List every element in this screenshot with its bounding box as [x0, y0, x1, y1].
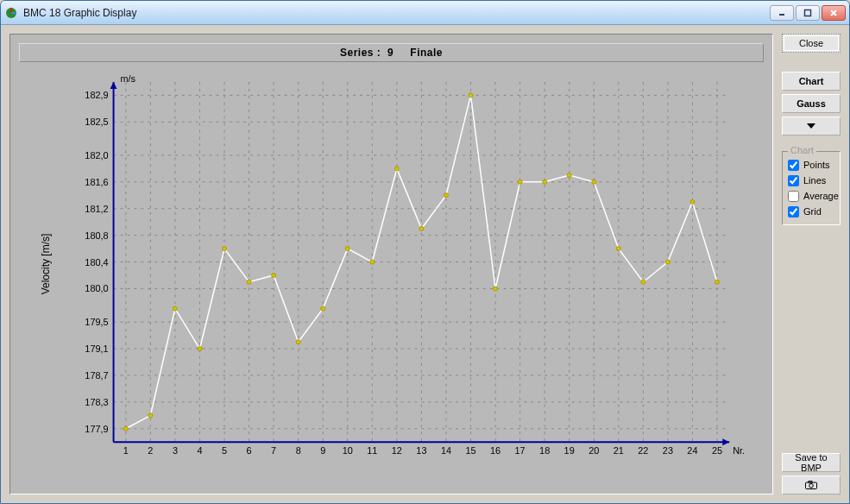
svg-text:4: 4	[197, 445, 202, 456]
svg-point-99	[419, 226, 424, 230]
svg-point-92	[247, 280, 251, 284]
grid-checkbox-row[interactable]: Grid	[788, 204, 834, 219]
chart-series-number: 9	[387, 47, 394, 59]
gauss-button[interactable]: Gauss	[782, 94, 841, 113]
svg-text:179,1: 179,1	[85, 343, 108, 354]
svg-text:17: 17	[515, 445, 526, 456]
average-checkbox-row[interactable]: Average	[788, 188, 834, 204]
chevron-down-icon	[807, 123, 815, 129]
close-window-button[interactable]	[822, 5, 846, 21]
svg-point-110	[690, 200, 695, 205]
svg-point-87	[123, 426, 128, 431]
svg-text:14: 14	[441, 445, 451, 456]
side-panel: Close Chart Gauss Chart Points Lines	[780, 25, 849, 503]
svg-text:24: 24	[687, 445, 697, 456]
points-label: Points	[803, 160, 830, 170]
lines-checkbox[interactable]	[788, 175, 799, 186]
svg-text:12: 12	[392, 445, 402, 456]
minimize-button[interactable]	[770, 5, 794, 21]
svg-text:1: 1	[123, 445, 129, 456]
svg-text:9: 9	[320, 445, 325, 456]
svg-text:180,0: 180,0	[85, 283, 108, 293]
dropdown-button[interactable]	[782, 117, 841, 135]
svg-point-102	[494, 287, 498, 291]
svg-text:21: 21	[614, 445, 624, 456]
svg-point-90	[198, 347, 202, 351]
plot-area: 1234567891011121314151617181920212223242…	[71, 73, 755, 468]
svg-text:6: 6	[247, 445, 252, 456]
window-buttons	[770, 5, 846, 21]
close-button[interactable]: Close	[782, 34, 841, 53]
svg-text:2: 2	[148, 445, 153, 456]
points-checkbox-row[interactable]: Points	[788, 157, 834, 173]
lines-checkbox-row[interactable]: Lines	[788, 173, 834, 188]
camera-button[interactable]	[782, 476, 841, 495]
svg-text:182,9: 182,9	[85, 90, 108, 100]
camera-icon	[805, 481, 817, 489]
svg-text:8: 8	[296, 445, 301, 456]
svg-text:178,3: 178,3	[85, 397, 108, 407]
chart-title: Series : 9 Finale	[19, 43, 764, 62]
svg-point-88	[148, 413, 153, 418]
svg-text:m/s: m/s	[120, 73, 135, 84]
svg-text:20: 20	[589, 445, 599, 456]
average-label: Average	[803, 191, 839, 201]
svg-point-111	[715, 280, 720, 284]
svg-text:19: 19	[564, 445, 575, 456]
svg-text:7: 7	[271, 445, 276, 456]
svg-text:5: 5	[222, 445, 227, 456]
svg-point-93	[272, 274, 276, 278]
svg-point-101	[469, 93, 473, 98]
svg-point-96	[345, 247, 349, 251]
svg-text:18: 18	[539, 445, 550, 456]
chart-options-legend: Chart	[788, 145, 816, 155]
svg-point-109	[665, 260, 670, 264]
svg-text:15: 15	[465, 445, 475, 456]
svg-point-114	[809, 484, 814, 488]
svg-text:177,9: 177,9	[85, 424, 108, 434]
svg-text:180,4: 180,4	[85, 257, 108, 268]
grid-checkbox[interactable]	[788, 206, 799, 217]
svg-point-95	[321, 306, 325, 311]
lines-label: Lines	[803, 175, 826, 186]
average-checkbox[interactable]	[788, 191, 799, 202]
svg-text:182,5: 182,5	[85, 117, 108, 127]
svg-text:23: 23	[663, 445, 673, 456]
svg-text:3: 3	[173, 445, 178, 456]
svg-point-107	[616, 247, 620, 251]
svg-text:Nr.: Nr.	[733, 445, 745, 456]
svg-rect-4	[805, 9, 811, 16]
points-checkbox[interactable]	[788, 160, 799, 171]
svg-text:178,7: 178,7	[85, 370, 108, 381]
app-icon	[4, 6, 18, 20]
svg-point-91	[223, 247, 227, 251]
svg-text:10: 10	[343, 445, 353, 456]
svg-text:181,2: 181,2	[85, 204, 108, 214]
svg-point-98	[394, 167, 399, 171]
svg-rect-2	[11, 12, 16, 14]
svg-text:182,0: 182,0	[85, 150, 108, 161]
svg-point-105	[567, 173, 571, 178]
svg-point-100	[444, 193, 448, 198]
svg-point-89	[173, 306, 177, 311]
svg-text:22: 22	[638, 445, 648, 456]
svg-point-94	[296, 340, 300, 344]
chart-panel: Series : 9 Finale Velocity [m/s] 1234567…	[9, 34, 773, 495]
chart-button[interactable]: Chart	[782, 72, 841, 91]
svg-text:181,6: 181,6	[85, 177, 108, 187]
chart-options-group: Chart Points Lines Average Grid	[782, 151, 841, 225]
save-to-bmp-button[interactable]: Save to BMP	[782, 453, 841, 472]
svg-text:11: 11	[367, 445, 377, 456]
window-frame: BMC 18 Graphic Display Series : 9 Finale	[0, 0, 850, 504]
svg-point-106	[592, 180, 596, 184]
chart-series-name: Finale	[410, 47, 443, 59]
y-axis-label: Velocity [m/s]	[40, 234, 52, 295]
titlebar: BMC 18 Graphic Display	[1, 1, 849, 25]
grid-label: Grid	[803, 206, 822, 217]
svg-text:16: 16	[490, 445, 501, 456]
svg-text:179,5: 179,5	[85, 317, 108, 327]
window-title: BMC 18 Graphic Display	[23, 7, 770, 19]
maximize-button[interactable]	[796, 5, 820, 21]
svg-point-108	[641, 280, 645, 284]
svg-text:25: 25	[712, 445, 722, 456]
